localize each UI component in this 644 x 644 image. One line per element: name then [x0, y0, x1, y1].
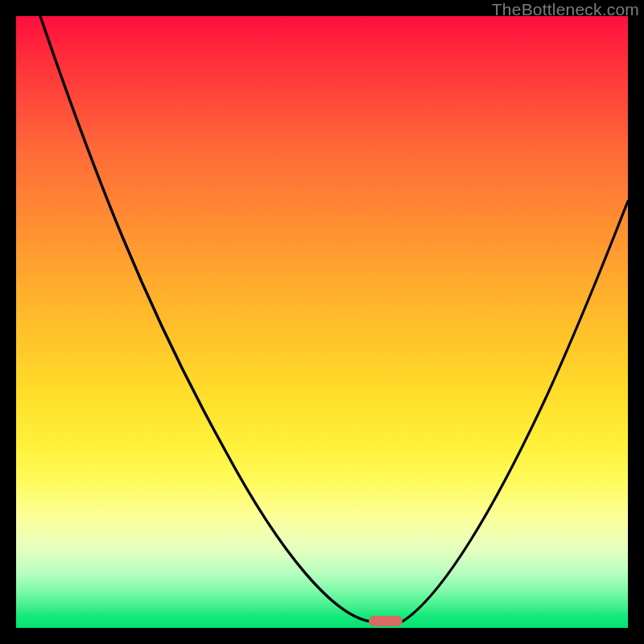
optimal-marker [369, 616, 402, 626]
bottleneck-curve [16, 16, 628, 628]
watermark-text: TheBottleneck.com [492, 0, 639, 19]
chart-frame: TheBottleneck.com [0, 0, 644, 644]
plot-area [16, 16, 628, 628]
